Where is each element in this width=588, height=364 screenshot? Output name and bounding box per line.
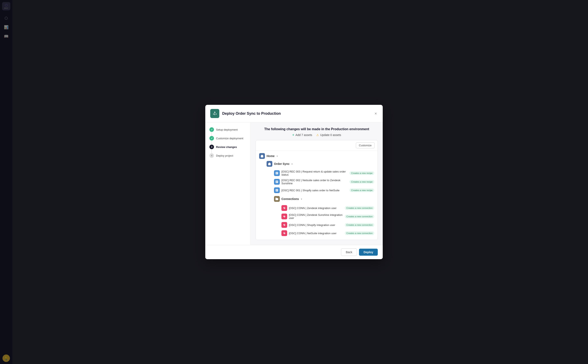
step-circle-customize: ✓	[209, 136, 214, 141]
customize-button[interactable]: Customize	[356, 142, 375, 148]
panel-toolbar: Customize	[256, 140, 378, 151]
connection-icon-3	[281, 230, 287, 236]
step-circle-review: 3	[209, 145, 214, 149]
connections-list: [OSC] CONN | Zendesk integration user Cr…	[281, 204, 374, 237]
tree-root-home[interactable]: Home ▾	[259, 153, 374, 159]
step-review: 3 Review changes	[209, 145, 246, 149]
connection-badge-2: Creates a new connection	[345, 223, 374, 227]
changes-title: The following changes will be made in th…	[256, 127, 378, 131]
step-customize: ✓ Customize deployment	[209, 136, 246, 141]
recipe-svg-icon	[275, 171, 278, 175]
connections-chevron: ▾	[301, 198, 302, 200]
main-content: The following changes will be made in th…	[251, 122, 383, 245]
recipe-label-2: [OSC] REC 001 | Shopify sales order to N…	[281, 189, 348, 192]
connections-label: Connections	[281, 197, 299, 201]
step-setup: ✓ Setup deployment	[209, 127, 246, 132]
modal-icon	[210, 109, 219, 118]
modal-overlay: Deploy Order Sync to Production × ✓ Setu…	[0, 0, 588, 364]
back-button[interactable]: Back	[341, 248, 357, 256]
svg-marker-13	[283, 215, 285, 218]
order-sync-label: Order Sync	[274, 162, 290, 165]
connection-badge-1: Creates a new connection	[345, 214, 374, 218]
changes-stats: + Add 7 assets ⚠ Update 0 assets	[256, 133, 378, 137]
tree-child-ordersync: Order Sync ▾ [OSC] REC 003 | Request ret…	[266, 161, 374, 237]
home-svg-icon	[260, 154, 264, 158]
close-button[interactable]: ×	[374, 110, 378, 117]
order-sync-root[interactable]: Order Sync ▾	[266, 161, 374, 167]
changes-header: The following changes will be made in th…	[256, 127, 378, 137]
modal-header: Deploy Order Sync to Production ×	[205, 105, 383, 122]
step-deploy: 4 Deploy project	[209, 153, 246, 158]
home-icon	[259, 153, 265, 159]
modal-body: ✓ Setup deployment ✓ Customize deploymen…	[205, 122, 383, 245]
step-label-review: Review changes	[216, 145, 237, 149]
list-item: [OSC] REC 003 | Request return & update …	[274, 169, 374, 177]
connection-svg-icon	[283, 215, 286, 218]
update-stat: ⚠ Update 0 assets	[316, 133, 341, 136]
step-label-deploy: Deploy project	[216, 154, 233, 157]
step-circle-setup: ✓	[209, 127, 214, 132]
list-item: [OSC] CONN | Zendesk integration user Cr…	[281, 204, 374, 212]
connection-svg-icon	[283, 206, 286, 210]
list-item: [OSC] REC 001 | Shopify sales order to N…	[274, 186, 374, 194]
recipe-badge-2: Creates a new recipe	[349, 188, 374, 192]
connection-icon-1	[281, 214, 287, 219]
folder-icon	[274, 196, 280, 202]
recipe-label-0: [OSC] REC 003 | Request return & update …	[281, 170, 348, 176]
home-label: Home	[266, 154, 275, 158]
update-label: Update 0 assets	[320, 133, 341, 136]
connection-label-3: [OSC] CONN | NetSuite integration user	[289, 232, 343, 235]
order-sync-chevron: ▾	[291, 163, 292, 165]
svg-marker-14	[283, 223, 285, 226]
svg-marker-15	[283, 232, 285, 234]
recipe-badge-1: Creates a new recipe	[349, 180, 374, 184]
connection-icon-0	[281, 205, 287, 211]
list-item: [OSC] CONN | Shopify integration user Cr…	[281, 221, 374, 229]
step-circle-deploy: 4	[209, 153, 214, 158]
recipe-label-1: [OSC] REC 002 | Netsuite sales order to …	[281, 179, 348, 185]
connection-icon-2	[281, 222, 287, 228]
recipe-icon-0	[274, 170, 280, 176]
recipe-icon-1	[274, 179, 280, 185]
folder-svg-icon	[275, 197, 278, 201]
assets-panel: Customize Home ▾	[256, 140, 378, 240]
list-item: [OSC] CONN | NetSuite integration user C…	[281, 229, 374, 237]
connection-badge-3: Creates a new connection	[345, 231, 374, 235]
svg-marker-12	[283, 207, 285, 209]
add-label: Add 7 assets	[296, 133, 312, 136]
recipes-list: [OSC] REC 003 | Request return & update …	[274, 169, 374, 237]
tree-section: Home ▾ Order Sync ▾	[256, 151, 378, 240]
step-label-setup: Setup deployment	[216, 128, 238, 131]
home-chevron: ▾	[277, 155, 278, 157]
recipe-icon-2	[274, 187, 280, 193]
connection-badge-0: Creates a new connection	[345, 206, 374, 210]
step-label-customize: Customize deployment	[216, 137, 243, 140]
modal-title: Deploy Order Sync to Production	[222, 111, 374, 116]
recipe-svg-icon	[275, 180, 278, 183]
deploy-modal: Deploy Order Sync to Production × ✓ Setu…	[205, 105, 383, 259]
connection-label-2: [OSC] CONN | Shopify integration user	[289, 223, 343, 227]
update-icon: ⚠	[316, 133, 319, 136]
list-item: [OSC] CONN | Zendesk Sunshine integratio…	[281, 212, 374, 221]
recipe-svg-icon	[275, 188, 278, 192]
connection-svg-icon	[283, 223, 286, 227]
order-sync-icon	[266, 161, 272, 167]
connection-svg-icon	[283, 232, 286, 235]
steps-sidebar: ✓ Setup deployment ✓ Customize deploymen…	[205, 122, 251, 245]
modal-footer: Back Deploy	[205, 245, 383, 259]
deploy-button[interactable]: Deploy	[359, 249, 378, 256]
add-icon: +	[292, 133, 294, 137]
connections-group: Connections ▾ [OSC] CONN |	[274, 196, 374, 237]
deploy-icon	[212, 111, 217, 116]
add-stat: + Add 7 assets	[292, 133, 312, 137]
connection-label-0: [OSC] CONN | Zendesk integration user	[289, 207, 343, 210]
recipe-badge-0: Creates a new recipe	[349, 171, 374, 175]
connection-label-1: [OSC] CONN | Zendesk Sunshine integratio…	[289, 213, 343, 220]
order-sync-svg-icon	[268, 162, 271, 165]
connections-root[interactable]: Connections ▾	[274, 196, 374, 202]
list-item: [OSC] REC 002 | Netsuite sales order to …	[274, 177, 374, 186]
